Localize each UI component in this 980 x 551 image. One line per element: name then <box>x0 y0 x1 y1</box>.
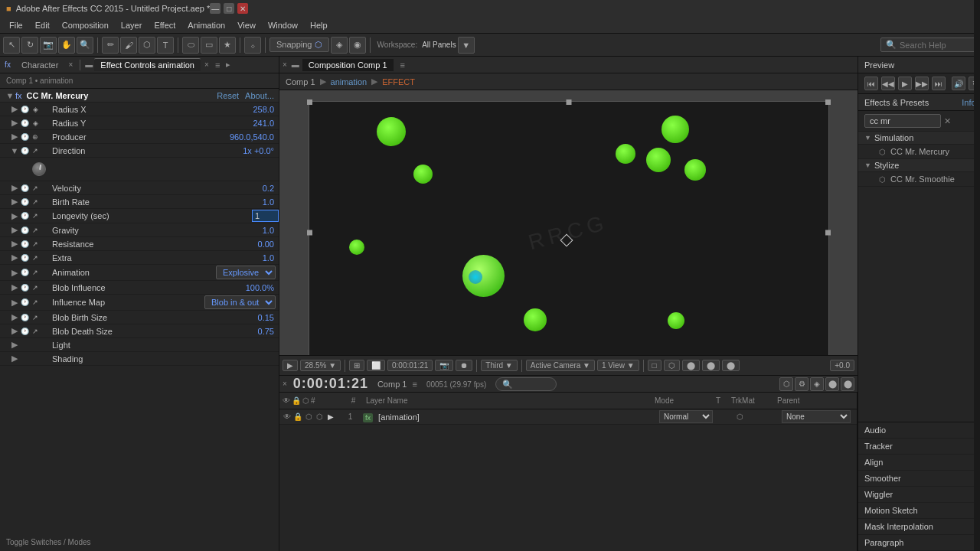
vt-transparency[interactable]: ⬜ <box>367 360 385 371</box>
longevity-toggle[interactable]: ▶ <box>9 211 20 221</box>
menu-composition[interactable]: Composition <box>56 19 115 31</box>
animation-toggle[interactable]: ▶ <box>9 268 20 278</box>
vt-active-camera[interactable]: Active Camera ▼ <box>526 360 595 371</box>
vt-play[interactable]: ▶ <box>283 360 298 371</box>
motion-sketch-section[interactable]: Motion Sketch ≡ <box>858 503 980 519</box>
direction-toggle[interactable]: ▼ <box>9 146 20 155</box>
maximize-button[interactable]: □ <box>224 3 234 14</box>
close-character-tab[interactable]: × <box>66 60 75 70</box>
tracker-section[interactable]: Tracker ≡ <box>858 439 980 455</box>
vt-export[interactable]: ⬡ <box>664 360 680 371</box>
paragraph-section[interactable]: Paragraph ≡ <box>858 535 980 551</box>
layer-shy-1[interactable]: ⬡ <box>304 412 313 422</box>
tool-camera[interactable]: 📷 <box>40 37 57 54</box>
comp-tab-label[interactable]: Comp 1 <box>377 380 407 389</box>
vt-record[interactable]: ⏺ <box>456 360 472 371</box>
handle-tl[interactable] <box>307 99 312 105</box>
resistance-value[interactable]: 0.00 <box>258 240 279 249</box>
handle-tr[interactable] <box>825 99 831 105</box>
vt-more3[interactable]: ⬤ <box>722 360 740 371</box>
ec-panel-expand[interactable]: ▸ <box>224 60 233 70</box>
direction-dial[interactable] <box>31 161 47 178</box>
tool-pen[interactable]: ✏ <box>102 37 119 54</box>
stopwatch-icon-p[interactable]: 🕐 <box>20 132 29 142</box>
layer-mode-1[interactable]: Normal <box>659 410 713 423</box>
effect-cc-mr-smoothie[interactable]: ⬡ CC Mr. Smoothie <box>858 172 980 187</box>
timeline-btn-3[interactable]: ◈ <box>810 377 824 391</box>
light-toggle[interactable]: ▶ <box>9 340 20 350</box>
menu-layer[interactable]: Layer <box>115 19 149 31</box>
close-comp-tab[interactable]: × <box>283 60 287 69</box>
timeline-btn-1[interactable]: ⬡ <box>779 377 793 391</box>
extra-toggle[interactable]: ▶ <box>9 253 20 262</box>
tab-character[interactable]: Character <box>15 59 64 71</box>
prev-first[interactable]: ⏮ <box>864 77 878 90</box>
vt-more2[interactable]: ⬤ <box>702 360 720 371</box>
layer-lock-1[interactable]: 🔒 <box>293 412 302 422</box>
stopwatch-icon-r[interactable]: 🕐 <box>20 240 29 249</box>
ep-search-input[interactable] <box>864 114 941 128</box>
stopwatch-icon-y[interactable]: 🕐 <box>20 119 29 128</box>
handle-rm[interactable] <box>825 230 831 236</box>
tool-text[interactable]: T <box>157 37 174 54</box>
audio-section[interactable]: Audio ≡ <box>858 422 980 439</box>
close-button[interactable]: ✕ <box>237 3 248 14</box>
category-simulation[interactable]: ▼ Simulation <box>858 132 980 145</box>
tab-comp1[interactable]: Composition Comp 1 <box>302 59 394 71</box>
tool-snap1[interactable]: ◈ <box>331 37 348 54</box>
radius-y-value[interactable]: 241.0 <box>253 119 279 128</box>
stopwatch-icon-br[interactable]: 🕐 <box>20 197 29 207</box>
effect-reset[interactable]: Reset <box>217 91 239 100</box>
layer-collapse-1[interactable]: ⬡ <box>315 412 324 422</box>
layer-visibility-1[interactable]: 👁 <box>283 412 292 422</box>
influence-map-dropdown[interactable]: Blob in & out <box>204 295 276 309</box>
effect-about[interactable]: About... <box>245 91 274 100</box>
minimize-button[interactable]: — <box>210 3 220 14</box>
vt-more1[interactable]: ⬤ <box>682 360 700 371</box>
effect-cc-mr-mercury[interactable]: ⬡ CC Mr. Mercury <box>858 145 980 159</box>
tool-stamp[interactable]: ⬡ <box>139 37 155 54</box>
menu-effect[interactable]: Effect <box>148 19 181 31</box>
velocity-value[interactable]: 0.2 <box>263 184 279 193</box>
animation-dropdown[interactable]: Explosive <box>216 266 276 279</box>
vt-plus[interactable]: +0.0 <box>830 360 854 371</box>
timeline-btn-5[interactable]: ⬤ <box>841 377 854 391</box>
handle-tm[interactable] <box>566 99 571 105</box>
blob-influence-value[interactable]: 100.0% <box>246 283 279 292</box>
category-stylize[interactable]: ▼ Stylize <box>858 159 980 172</box>
birth-rate-toggle[interactable]: ▶ <box>9 197 20 207</box>
close-timeline-tab[interactable]: × <box>283 380 287 388</box>
effect-expand-toggle[interactable]: ▼ <box>5 91 15 100</box>
stopwatch-icon-l[interactable]: 🕐 <box>20 211 29 220</box>
breadcrumb-comp1[interactable]: Comp 1 <box>286 77 315 86</box>
wiggler-section[interactable]: Wiggler ≡ <box>858 487 980 503</box>
blob-influence-toggle[interactable]: ▶ <box>9 282 20 292</box>
prev-play[interactable]: ▶ <box>898 77 912 90</box>
stopwatch-icon-e[interactable]: 🕐 <box>20 253 29 262</box>
resistance-toggle[interactable]: ▶ <box>9 239 20 249</box>
breadcrumb-effect[interactable]: EFFECT <box>382 77 415 86</box>
radius-y-toggle[interactable]: ▶ <box>9 118 20 128</box>
mask-interpolation-section[interactable]: Mask Interpolation ≡ <box>858 519 980 535</box>
vt-cam-icon[interactable]: 📷 <box>435 360 453 371</box>
gravity-value[interactable]: 1.0 <box>263 226 279 235</box>
stopwatch-icon-bi[interactable]: 🕐 <box>20 283 29 292</box>
tool-puppet[interactable]: ⬦ <box>244 37 261 54</box>
align-section[interactable]: Align ≡ <box>858 455 980 471</box>
blob-death-size-toggle[interactable]: ▶ <box>9 326 20 336</box>
close-ec-tab[interactable]: × <box>202 60 211 70</box>
ep-search-clear[interactable]: ✕ <box>944 116 951 126</box>
stopwatch-icon[interactable]: 🕐 <box>20 105 29 114</box>
blob-birth-size-toggle[interactable]: ▶ <box>9 312 20 322</box>
gravity-toggle[interactable]: ▶ <box>9 225 20 235</box>
stopwatch-icon-d[interactable]: 🕐 <box>20 146 29 155</box>
search-help-input[interactable] <box>900 41 961 50</box>
vt-camera[interactable]: Third ▼ <box>481 360 517 371</box>
ec-panel-menu[interactable]: ≡ <box>213 60 222 70</box>
timeline-btn-4[interactable]: ⬤ <box>825 377 839 391</box>
vt-view[interactable]: 1 View ▼ <box>597 360 639 371</box>
tool-rect[interactable]: ▭ <box>201 37 217 54</box>
prev-fwd[interactable]: ▶▶ <box>915 77 929 90</box>
prev-audio[interactable]: 🔊 <box>952 77 965 90</box>
menu-view[interactable]: View <box>231 19 262 31</box>
